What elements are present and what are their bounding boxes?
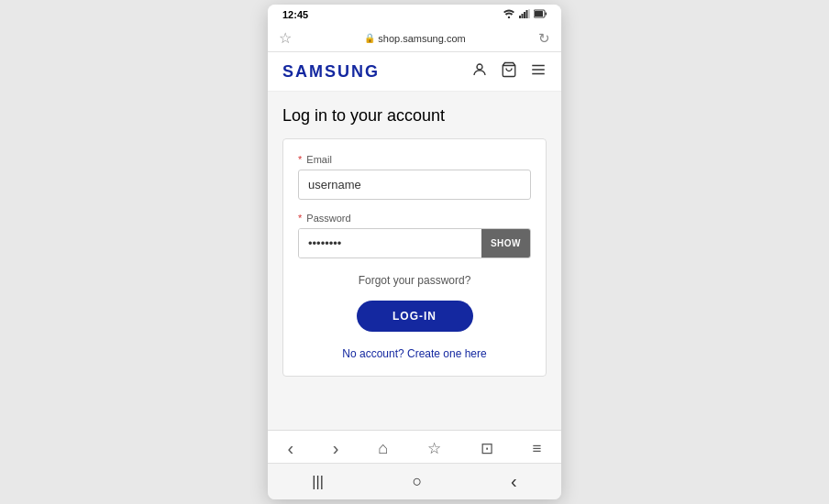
create-account-section: No account? Create one here <box>298 345 531 361</box>
svg-rect-4 <box>526 10 528 18</box>
home-button[interactable]: ⌂ <box>378 439 388 458</box>
password-label: * Password <box>298 213 531 224</box>
required-star-pwd: * <box>298 213 302 224</box>
status-time: 12:45 <box>282 9 308 20</box>
login-card: * Email * Password SHOW <box>282 138 547 377</box>
tabs-button[interactable]: ⊡ <box>481 439 493 458</box>
url-bar[interactable]: 🔒 shop.samsung.com <box>299 33 531 44</box>
forward-button[interactable]: › <box>333 438 339 459</box>
page-content: Log in to your account * Email * Passwor… <box>268 92 561 391</box>
wifi-icon <box>503 9 515 20</box>
cart-icon[interactable] <box>501 61 517 82</box>
email-label: * Email <box>298 154 531 165</box>
svg-rect-5 <box>528 9 530 18</box>
status-icons <box>503 9 547 20</box>
svg-rect-2 <box>522 14 524 18</box>
show-password-button[interactable]: SHOW <box>481 229 530 257</box>
main-content: SAMSUNG <box>268 52 561 430</box>
back-button[interactable]: ‹ <box>287 438 293 459</box>
samsung-header: SAMSUNG <box>268 52 561 92</box>
bookmark-icon[interactable]: ☆ <box>279 29 292 47</box>
page-title: Log in to your account <box>282 106 547 126</box>
password-wrapper: SHOW <box>298 228 531 258</box>
svg-rect-7 <box>546 13 547 16</box>
create-account-link[interactable]: No account? Create one here <box>342 347 486 360</box>
header-icons <box>471 61 547 82</box>
battery-icon <box>534 9 547 20</box>
signal-icon <box>519 9 530 20</box>
phone-frame: 12:45 <box>268 5 561 499</box>
email-input[interactable] <box>298 170 531 200</box>
status-bar: 12:45 <box>268 5 561 25</box>
lock-icon: 🔒 <box>364 33 375 43</box>
bookmarks-button[interactable]: ☆ <box>427 439 441 458</box>
browser-bar: ☆ 🔒 shop.samsung.com ↻ <box>268 25 561 52</box>
samsung-logo: SAMSUNG <box>282 62 380 82</box>
svg-point-9 <box>477 64 482 70</box>
forgot-password-section: Forgot your password? <box>298 271 531 288</box>
browser-menu-button[interactable]: ≡ <box>533 440 542 458</box>
android-home-button[interactable]: ○ <box>412 472 422 491</box>
svg-point-0 <box>508 16 510 18</box>
menu-icon[interactable] <box>530 61 547 82</box>
password-input[interactable] <box>299 229 481 257</box>
account-icon[interactable] <box>471 61 488 82</box>
password-group: * Password SHOW <box>298 213 531 258</box>
url-text: shop.samsung.com <box>378 33 465 44</box>
recents-button[interactable]: ||| <box>312 474 323 490</box>
android-back-button[interactable]: ‹ <box>511 471 517 492</box>
login-button[interactable]: LOG-IN <box>357 301 473 332</box>
browser-nav: ‹ › ⌂ ☆ ⊡ ≡ <box>268 430 561 463</box>
required-star: * <box>298 154 302 165</box>
email-group: * Email <box>298 154 531 200</box>
android-nav: ||| ○ ‹ <box>268 463 561 499</box>
svg-rect-1 <box>519 16 521 18</box>
refresh-icon[interactable]: ↻ <box>538 30 550 47</box>
forgot-password-link[interactable]: Forgot your password? <box>359 274 471 287</box>
svg-rect-8 <box>535 11 543 16</box>
svg-rect-3 <box>524 12 525 18</box>
